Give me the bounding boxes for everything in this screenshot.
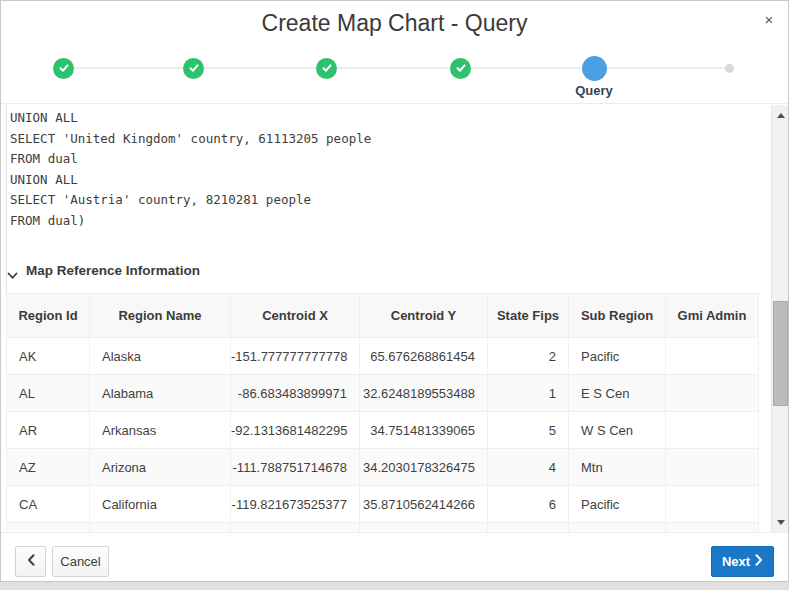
cell-centroid-x: -119.821673525377: [231, 486, 360, 523]
cell-state-fips: 1: [488, 375, 569, 412]
cell-region-id: AK: [7, 338, 90, 375]
map-reference-collapsible-header[interactable]: Map Reference Information: [7, 261, 200, 279]
vertical-scrollbar[interactable]: [771, 105, 788, 533]
dialog-titlebar: Create Map Chart - Query ×: [1, 1, 788, 45]
col-header-gmi-admin: Gmi Admin: [666, 294, 759, 338]
col-header-sub-region: Sub Region: [569, 294, 666, 338]
cell-region-id: AL: [7, 375, 90, 412]
step-1-complete: [53, 58, 74, 79]
cell-centroid-x: -92.1313681482295: [231, 412, 360, 449]
wizard-stepper: Query: [1, 45, 788, 104]
dialog-body: UNION ALL SELECT 'United Kingdom' countr…: [1, 105, 771, 533]
cell-centroid-x: -111.788751714678: [231, 449, 360, 486]
sql-line: FROM dual: [10, 149, 750, 170]
col-header-region-name: Region Name: [90, 294, 231, 338]
cell-region-name: Alaska: [90, 338, 231, 375]
col-header-state-fips: State Fips: [488, 294, 569, 338]
table-row: AL Alabama -86.683483899971 32.624818955…: [7, 375, 759, 412]
cell-sub-region: Pacific: [569, 338, 666, 375]
cell-centroid-x: -151.777777777778: [231, 338, 360, 375]
cell-state-fips: 6: [488, 486, 569, 523]
step-5-query-current: [582, 56, 607, 81]
cell-region-name: California: [90, 486, 231, 523]
cell-gmi-admin: [666, 449, 759, 486]
map-reference-title: Map Reference Information: [26, 263, 200, 278]
table-row: AR Arkansas -92.1313681482295 34.7514813…: [7, 412, 759, 449]
chevron-down-icon: [7, 266, 18, 274]
cell-centroid-y: 34.2030178326475: [360, 449, 488, 486]
table-row: AZ Arizona -111.788751714678 34.20301783…: [7, 449, 759, 486]
cell-region-name: Alabama: [90, 375, 231, 412]
cell-sub-region: E S Cen: [569, 375, 666, 412]
table-row: AK Alaska -151.777777777778 65.676268861…: [7, 338, 759, 375]
create-map-chart-dialog: Create Map Chart - Query × Query UNION A…: [0, 0, 789, 582]
step-4-complete: [450, 58, 471, 79]
cell-sub-region: W S Cen: [569, 412, 666, 449]
cancel-button-label: Cancel: [60, 554, 100, 569]
current-step-label: Query: [534, 83, 654, 98]
col-header-region-id: Region Id: [7, 294, 90, 338]
cell-state-fips: 2: [488, 338, 569, 375]
col-header-centroid-y: Centroid Y: [360, 294, 488, 338]
chevron-left-icon: [27, 554, 35, 569]
col-header-centroid-x: Centroid X: [231, 294, 360, 338]
back-button[interactable]: [15, 546, 46, 577]
check-icon: [455, 60, 467, 78]
cancel-button[interactable]: Cancel: [52, 546, 109, 577]
cell-centroid-y: 34.751481339065: [360, 412, 488, 449]
close-button[interactable]: ×: [757, 8, 781, 32]
step-2-complete: [183, 58, 204, 79]
cell-centroid-y: 65.676268861454: [360, 338, 488, 375]
sql-line: SELECT 'Austria' country, 8210281 people: [10, 190, 750, 211]
table-header-row: Region Id Region Name Centroid X Centroi…: [7, 294, 759, 338]
cell-sub-region: Mtn: [569, 449, 666, 486]
step-6-upcoming: [725, 64, 734, 73]
cell-gmi-admin: [666, 375, 759, 412]
cell-region-id: AR: [7, 412, 90, 449]
scroll-up-arrow-icon[interactable]: [772, 107, 789, 124]
cell-region-name: Arkansas: [90, 412, 231, 449]
cell-state-fips: 4: [488, 449, 569, 486]
map-reference-table: Region Id Region Name Centroid X Centroi…: [6, 293, 759, 533]
dialog-title: Create Map Chart - Query: [1, 10, 788, 37]
cell-centroid-x: -86.683483899971: [231, 375, 360, 412]
sql-line: FROM dual): [10, 211, 750, 232]
check-icon: [188, 60, 200, 78]
next-button[interactable]: Next: [711, 546, 774, 577]
cell-region-id: CA: [7, 486, 90, 523]
cell-gmi-admin: [666, 338, 759, 375]
next-button-label: Next: [722, 554, 750, 569]
close-icon: ×: [765, 11, 774, 28]
scrollbar-thumb[interactable]: [773, 301, 788, 406]
cell-centroid-y: 32.6248189553488: [360, 375, 488, 412]
stepper-connector-line: [63, 67, 729, 69]
sql-line: UNION ALL: [10, 108, 750, 129]
cell-centroid-y: 35.8710562414266: [360, 486, 488, 523]
chevron-right-icon: [755, 554, 763, 569]
sql-line: UNION ALL: [10, 170, 750, 191]
sql-query-editor[interactable]: UNION ALL SELECT 'United Kingdom' countr…: [10, 108, 750, 231]
dialog-footer: Cancel Next: [1, 532, 788, 581]
cell-region-id: AZ: [7, 449, 90, 486]
check-icon: [321, 60, 333, 78]
scroll-down-arrow-icon[interactable]: [772, 514, 789, 531]
cell-sub-region: Pacific: [569, 486, 666, 523]
cell-region-name: Arizona: [90, 449, 231, 486]
table-row: CA California -119.821673525377 35.87105…: [7, 486, 759, 523]
cell-gmi-admin: [666, 486, 759, 523]
sql-line: SELECT 'United Kingdom' country, 6111320…: [10, 129, 750, 150]
step-3-complete: [316, 58, 337, 79]
cell-gmi-admin: [666, 412, 759, 449]
cell-state-fips: 5: [488, 412, 569, 449]
check-icon: [58, 60, 70, 78]
